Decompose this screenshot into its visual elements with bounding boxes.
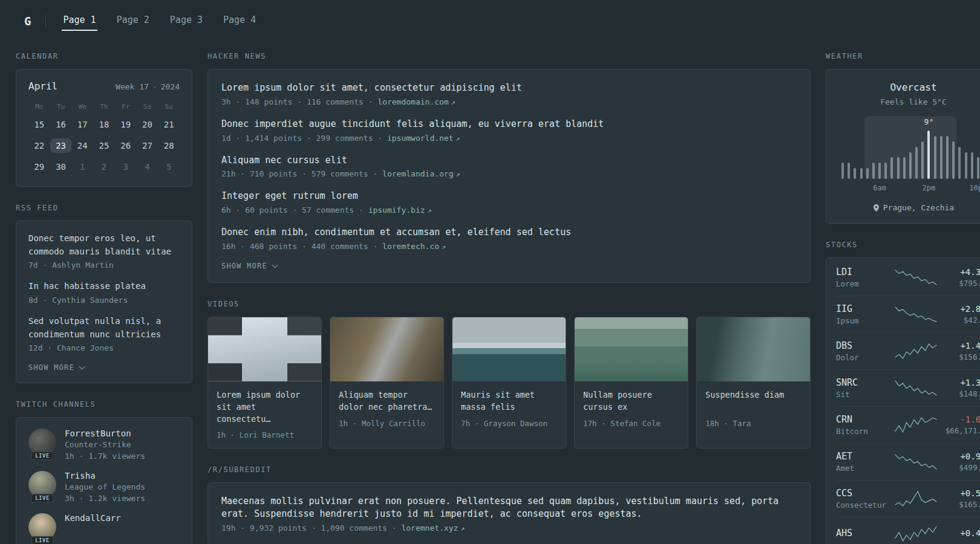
twitch-channel[interactable]: LIVE ForrestBurton Counter-Strike 1h · 1… xyxy=(28,429,180,461)
tab-page-2[interactable]: Page 2 xyxy=(116,12,151,31)
stock-row[interactable]: IIGIpsum +2.84%$42.04 xyxy=(836,296,980,332)
stock-row[interactable]: CCSConsectetur +0.51%$165.84 xyxy=(836,480,980,517)
twitch-channel[interactable]: LIVE Trisha League of Legends 3h · 1.2k … xyxy=(28,471,180,503)
channel-meta: 3h · 1.2k viewers xyxy=(65,494,145,503)
hn-story-title[interactable]: Integer eget rutrum lorem xyxy=(221,190,797,203)
video-card[interactable]: Aliquam tempor dolor nec pharetra… 1h · … xyxy=(330,317,444,448)
channel-name[interactable]: KendallCarr xyxy=(65,513,121,523)
video-thumbnail[interactable] xyxy=(575,317,688,381)
subreddit-post-domain[interactable]: loremnet.xyz xyxy=(401,523,458,533)
video-info: Aliquam tempor dolor nec pharetra… 1h · … xyxy=(330,381,443,436)
channel-name[interactable]: ForrestBurton xyxy=(65,429,145,438)
twitch-channel[interactable]: LIVE KendallCarr xyxy=(28,513,180,541)
stock-symbol[interactable]: CRN xyxy=(836,414,892,425)
stock-row[interactable]: AHS +0.46% xyxy=(836,517,980,544)
video-thumbnail[interactable] xyxy=(452,317,566,381)
video-meta: 7h · Grayson Dawson xyxy=(461,419,557,428)
hn-story-title[interactable]: Donec enim nibh, condimentum et accumsan… xyxy=(221,226,797,239)
subreddit-post[interactable]: Maecenas mollis pulvinar erat non posuer… xyxy=(221,495,797,533)
video-title[interactable]: Mauris sit amet massa felis xyxy=(461,389,557,414)
weather-feels-like: Feels like 5°C xyxy=(838,97,980,106)
stock-change: +0.46% xyxy=(940,528,980,538)
hn-story-title[interactable]: Donec imperdiet augue tincidunt felis al… xyxy=(221,118,797,131)
tab-page-3[interactable]: Page 3 xyxy=(169,12,204,31)
hn-story-meta: 21h · 710 points · 579 comments · loreml… xyxy=(221,169,797,178)
hn-story-domain[interactable]: loremdomain.com xyxy=(377,97,448,106)
show-more-label: SHOW MORE xyxy=(28,363,74,372)
hn-story-domain[interactable]: loremlandia.org xyxy=(382,169,453,178)
tab-page-4[interactable]: Page 4 xyxy=(222,12,257,31)
rss-show-more-button[interactable]: SHOW MORE xyxy=(28,363,180,372)
video-card[interactable]: Mauris sit amet massa felis 7h · Grayson… xyxy=(452,317,566,448)
calendar-week-year: Week 17·2024 xyxy=(116,82,180,91)
video-thumbnail[interactable] xyxy=(330,317,443,381)
page-tabs: Page 1 Page 2 Page 3 Page 4 xyxy=(62,12,257,31)
twitch-widget: LIVE ForrestBurton Counter-Strike 1h · 1… xyxy=(16,417,192,544)
stock-symbol[interactable]: SNRC xyxy=(836,377,892,388)
video-thumbnail[interactable] xyxy=(697,317,810,381)
stock-change: +0.51% xyxy=(940,488,980,498)
rss-item-title[interactable]: Donec tempor eros leo, ut commodo mauris… xyxy=(28,232,180,258)
hn-story[interactable]: Donec enim nibh, condimentum et accumsan… xyxy=(221,226,797,251)
rss-section-title: RSS FEED xyxy=(16,204,192,212)
stock-symbol[interactable]: AHS xyxy=(836,528,892,539)
stock-row[interactable]: AETAmet +0.92%$499.72 xyxy=(836,443,980,480)
hn-story-domain[interactable]: ipsumify.biz xyxy=(368,206,425,215)
video-title[interactable]: Nullam posuere cursus ex xyxy=(583,389,679,414)
calendar-day-muted: 4 xyxy=(137,160,158,174)
video-title[interactable]: Suspendisse diam xyxy=(705,389,802,414)
channel-game: League of Legends xyxy=(65,482,145,491)
dow-label: Sa xyxy=(137,103,158,111)
rss-item[interactable]: In hac habitasse platea 8d · Cynthia Sau… xyxy=(28,280,180,305)
channel-name[interactable]: Trisha xyxy=(65,471,145,481)
hn-story-meta: 1d · 1,414 points · 299 comments · ipsum… xyxy=(221,134,797,143)
stock-row[interactable]: LDILorem +4.35%$795.18 xyxy=(836,259,980,296)
weather-location-label: Prague, Czechia xyxy=(883,203,954,212)
rss-item[interactable]: Sed volutpat nulla nisl, a condimentum n… xyxy=(28,315,180,352)
top-nav: G Page 1 Page 2 Page 3 Page 4 xyxy=(0,0,980,42)
hn-story-title[interactable]: Lorem ipsum dolor sit amet, consectetur … xyxy=(221,82,797,95)
video-thumbnail[interactable] xyxy=(208,317,321,381)
video-card[interactable]: Suspendisse diam 18h · Tara xyxy=(696,317,811,448)
hn-story-domain[interactable]: ipsumworld.net xyxy=(387,134,454,143)
video-title[interactable]: Aliquam tempor dolor nec pharetra… xyxy=(339,389,435,414)
rss-item[interactable]: Donec tempor eros leo, ut commodo mauris… xyxy=(28,232,180,270)
stock-symbol[interactable]: DBS xyxy=(836,340,892,351)
stock-sparkline xyxy=(892,453,940,471)
subreddit-post-title[interactable]: Maecenas mollis pulvinar erat non posuer… xyxy=(221,495,797,522)
hn-story[interactable]: Aliquam nec cursus elit 21h · 710 points… xyxy=(221,154,797,179)
twitch-section-title: TWITCH CHANNELS xyxy=(16,400,192,409)
video-card[interactable]: Lorem ipsum dolor sit amet consectetu… 1… xyxy=(207,317,322,448)
app-logo[interactable]: G xyxy=(24,15,31,28)
video-title[interactable]: Lorem ipsum dolor sit amet consectetu… xyxy=(217,389,313,426)
weather-condition: Overcast xyxy=(838,82,980,93)
rss-item-title[interactable]: Sed volutpat nulla nisl, a condimentum n… xyxy=(28,315,180,341)
hn-story[interactable]: Integer eget rutrum lorem 6h · 60 points… xyxy=(221,190,797,215)
stock-symbol[interactable]: CCS xyxy=(836,488,892,499)
stock-row[interactable]: CRNBitcorn -1.00%$66,171.48 xyxy=(836,406,980,443)
stock-symbol[interactable]: IIG xyxy=(836,303,892,314)
stock-change: +4.35% xyxy=(940,267,980,277)
stock-row[interactable]: DBSDolor +1.42%$156.28 xyxy=(836,332,980,369)
video-card[interactable]: Nullam posuere cursus ex 17h · Stefan Co… xyxy=(574,317,688,448)
hn-story-domain[interactable]: loremtech.co xyxy=(382,242,439,251)
dow-label: Th xyxy=(93,103,115,111)
weather-time-axis: 6am2pm10pm xyxy=(840,184,980,193)
stock-name: Ipsum xyxy=(836,316,892,325)
hn-story[interactable]: Lorem ipsum dolor sit amet, consectetur … xyxy=(221,82,797,106)
calendar-widget: April Week 17·2024 Mo Tu We Th Fr Sa Su … xyxy=(16,69,192,187)
stock-row[interactable]: SNRCSit +1.36%$148.64 xyxy=(836,369,980,406)
hn-story[interactable]: Donec imperdiet augue tincidunt felis al… xyxy=(221,118,797,143)
calendar-day: 25 xyxy=(93,138,115,153)
stock-price: $66,171.48 xyxy=(940,426,980,435)
tab-page-1[interactable]: Page 1 xyxy=(62,12,97,31)
stock-name: Lorem xyxy=(836,279,892,288)
rss-item-title[interactable]: In hac habitasse platea xyxy=(28,280,180,293)
video-info: Lorem ipsum dolor sit amet consectetu… 1… xyxy=(208,381,321,448)
stock-symbol[interactable]: LDI xyxy=(836,267,892,277)
location-pin-icon xyxy=(873,204,880,212)
external-link-icon: ↗ xyxy=(451,98,456,106)
stock-symbol[interactable]: AET xyxy=(836,451,892,462)
hn-show-more-button[interactable]: SHOW MORE xyxy=(221,262,797,270)
hn-story-title[interactable]: Aliquam nec cursus elit xyxy=(221,154,797,167)
